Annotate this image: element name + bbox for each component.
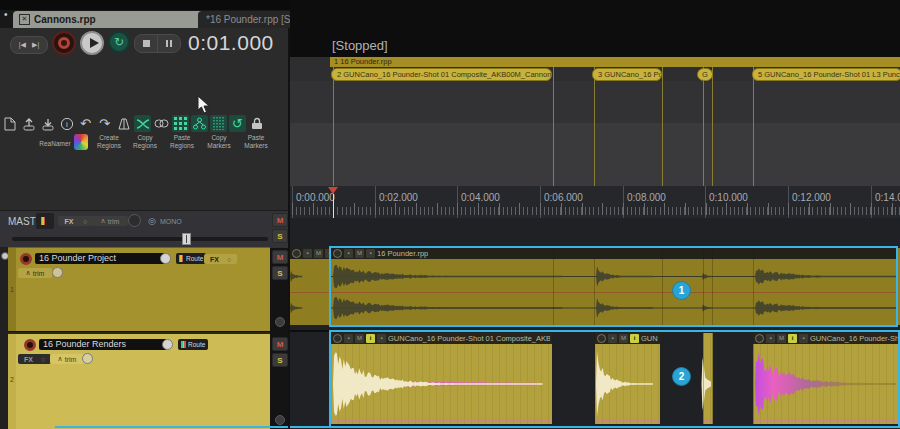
callout-badge-2: 2	[672, 367, 691, 386]
callout-badge-1: 1	[672, 281, 691, 300]
panel-divider[interactable]	[288, 28, 290, 429]
tab-cannons[interactable]: ✕ Cannons.rpp	[13, 11, 207, 28]
metronome-icon[interactable]	[115, 115, 132, 132]
unsaved-dot: •	[4, 9, 8, 20]
go-end-icon: ▶|	[32, 41, 39, 49]
pause-icon	[166, 40, 168, 47]
master-fx-bypass-button[interactable]: ○	[77, 216, 93, 226]
track2-trim-button[interactable]: ∧trim	[50, 354, 84, 364]
edit-cursor-marker[interactable]	[328, 187, 338, 194]
track2-mute-button[interactable]: M	[272, 337, 288, 351]
rotate-icon[interactable]: ↺	[229, 115, 246, 132]
ripple-icon[interactable]	[210, 115, 227, 132]
envelope-icon: ∧	[58, 355, 63, 363]
track1-pan-knob[interactable]	[52, 267, 63, 278]
info-icon[interactable]: i	[58, 115, 75, 132]
spectral-line	[754, 419, 900, 421]
track1-name[interactable]: 16 Pounder Project	[35, 253, 165, 264]
reanamer-button[interactable]: ReaNamer	[36, 140, 74, 148]
link-icon[interactable]	[153, 115, 170, 132]
master-mute-button[interactable]: M	[272, 213, 288, 227]
play-icon	[90, 38, 99, 48]
playback-status: [Stopped]	[332, 38, 388, 53]
lock-icon[interactable]	[248, 115, 265, 132]
pause-button[interactable]	[157, 34, 181, 53]
region-line-rows	[703, 247, 704, 425]
track2-panel[interactable]: 2 16 Pounder Renders Route FX ○ ∧trim	[8, 332, 270, 429]
track1-env-button[interactable]	[275, 317, 285, 327]
master-pan-knob[interactable]	[128, 214, 141, 227]
track2-number: 2	[10, 376, 14, 383]
arrange-row-gap[interactable]	[290, 218, 900, 247]
arrange-empty-lower[interactable]	[290, 123, 900, 186]
track2-env-button[interactable]	[275, 415, 285, 425]
paste-regions-button[interactable]: Paste Regions	[165, 134, 199, 149]
crossfade-tool-icon[interactable]	[134, 115, 151, 132]
track1-fx-bypass-button[interactable]: ○	[221, 254, 237, 264]
track1-recarm-button[interactable]	[20, 253, 32, 265]
ruler-tick: 0:08.000	[627, 192, 666, 203]
go-to-start-button[interactable]: |◀▶|	[10, 36, 48, 54]
region-full-width[interactable]: 1 16 Pounder.rpp	[330, 57, 900, 67]
stereo-icon: ◎	[148, 216, 156, 226]
track2-solo-button[interactable]: S	[272, 353, 288, 367]
route-icon	[179, 255, 184, 262]
route-icon	[181, 341, 186, 348]
arrange-empty-upper[interactable]	[290, 81, 900, 123]
region-pill-2[interactable]: 2 GUNCano_16 Pounder-Shot 01 Composite_A…	[331, 68, 552, 81]
item-group-icon[interactable]	[191, 115, 208, 132]
route-label: Route	[186, 255, 203, 262]
track1-panel[interactable]: 1 16 Pounder Project Route FX ○ ∧trim	[8, 247, 270, 331]
render-up-icon[interactable]	[20, 115, 37, 132]
master-mono-button[interactable]: MONO	[160, 218, 182, 225]
trim-label: trim	[108, 218, 120, 225]
master-trim-button[interactable]: ∧trim	[92, 216, 128, 226]
ruler-tick: 0:06.000	[544, 192, 583, 203]
track2-route-button[interactable]: Route	[178, 339, 208, 350]
paste-markers-button[interactable]: Paste Markers	[239, 134, 273, 149]
ruler-medium-ticks	[290, 203, 900, 215]
route-icon	[41, 217, 49, 225]
record-button[interactable]	[52, 31, 76, 55]
copy-markers-button[interactable]: Copy Markers	[202, 134, 236, 149]
color-tool-icon[interactable]	[74, 134, 88, 150]
stop-button[interactable]	[134, 34, 158, 53]
repeat-button[interactable]: ↻	[108, 31, 130, 53]
track1-route-button[interactable]: Route	[176, 253, 206, 264]
tab-label: Cannons.rpp	[34, 14, 96, 25]
import-down-icon[interactable]	[39, 115, 56, 132]
ruler-tick: 0:02.000	[379, 192, 418, 203]
track1-trim-button[interactable]: ∧trim	[18, 268, 52, 278]
track2-recarm-button[interactable]	[24, 339, 36, 351]
region-pill-g[interactable]: G	[697, 68, 713, 81]
region-pill-3[interactable]: 3 GUNCano_16 Poun	[592, 68, 662, 81]
spectral-line	[596, 419, 659, 421]
track2-name[interactable]: 16 Pounder Renders	[39, 339, 167, 350]
track1-volume-knob[interactable]	[160, 253, 171, 264]
track1-mute-button[interactable]: M	[272, 250, 288, 264]
grid-icon[interactable]	[172, 115, 189, 132]
new-project-icon[interactable]	[1, 115, 18, 132]
region-pill-5[interactable]: 5 GUNCano_16 Pounder-Shot 01 L3 Punch_AK…	[752, 68, 900, 81]
track2-pan-knob[interactable]	[82, 353, 93, 364]
reaper-window: • ✕ Cannons.rpp *16 Pounder.rpp [SubProj…	[0, 0, 900, 429]
create-regions-button[interactable]: Create Regions	[92, 134, 126, 149]
copy-regions-button[interactable]: Copy Regions	[128, 134, 162, 149]
track1-solo-button[interactable]: S	[272, 266, 288, 280]
slider-handle[interactable]	[182, 233, 191, 245]
play-button[interactable]	[80, 31, 104, 55]
redo-icon[interactable]: ↷	[96, 115, 113, 132]
tcp-left-rail	[0, 247, 8, 429]
ruler-tick: 0:10.000	[709, 192, 748, 203]
track1-waveform	[290, 247, 900, 326]
spectral-line	[332, 419, 551, 421]
region-line-rows	[753, 247, 754, 425]
master-solo-button[interactable]: S	[272, 229, 288, 243]
ruler-tick: 0:04.000	[461, 192, 500, 203]
track2-fx-bypass-button[interactable]: ○	[35, 354, 51, 364]
master-volume-slider[interactable]	[12, 237, 268, 241]
transport-time-display[interactable]: 0:01.000	[188, 31, 274, 55]
master-route-button[interactable]	[36, 213, 54, 229]
track2-volume-knob[interactable]	[162, 339, 173, 350]
undo-icon[interactable]: ↶	[77, 115, 94, 132]
